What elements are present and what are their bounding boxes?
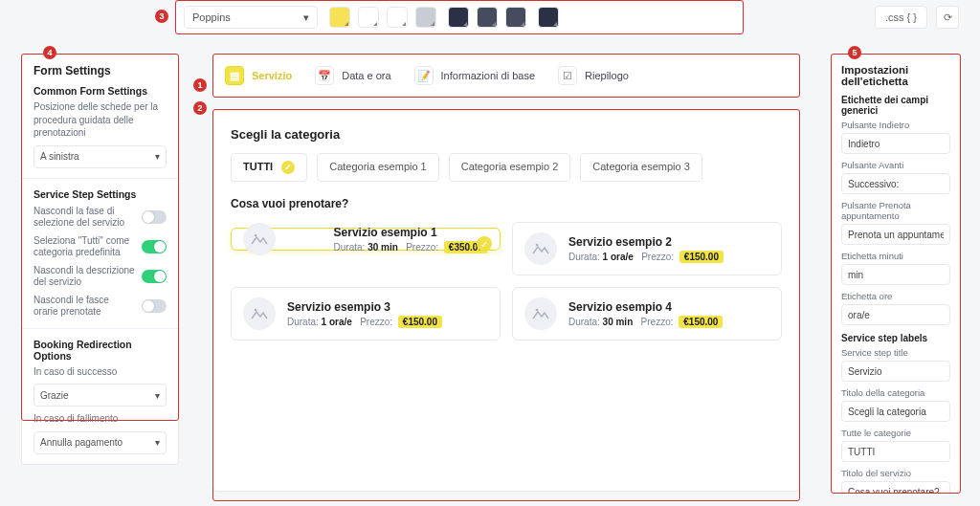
image-placeholder-icon [524, 297, 557, 330]
svg-point-3 [536, 309, 539, 312]
field-input[interactable] [841, 224, 950, 245]
label-field: Titolo del servizio [841, 468, 950, 494]
category-tab[interactable]: TUTTI ✓ [231, 153, 307, 182]
field-label: Pulsante Prenota appuntamento [841, 200, 950, 221]
service-card[interactable]: Servizio esempio 2 Durata: 1 ora/e Prezz… [512, 222, 782, 275]
field-input[interactable] [841, 173, 950, 194]
category-tab[interactable]: Categoria esempio 1 ✓ [317, 153, 439, 182]
wizard-step[interactable]: 📅 Data e ora [315, 66, 390, 85]
image-placeholder-icon [243, 297, 276, 330]
success-label: In caso di successo [33, 365, 167, 379]
wizard-steps: ▤ Servizio 📅 Data e ora 📝 Informazioni d… [212, 54, 800, 98]
panel-title: Impostazioni dell'etichetta [841, 64, 950, 87]
field-input[interactable] [841, 264, 950, 285]
css-button[interactable]: .css { } [875, 6, 927, 29]
preview-area: ▤ Servizio 📅 Data e ora 📝 Informazioni d… [212, 54, 800, 492]
tabs-position-select[interactable]: A sinistra ▾ [33, 145, 167, 168]
toggle-switch[interactable] [142, 240, 167, 253]
label-settings-panel: Impostazioni dell'etichetta Etichette de… [831, 54, 961, 494]
field-input[interactable] [841, 441, 950, 462]
step-label: Informazioni di base [441, 70, 535, 81]
service-meta: Durata: 1 ora/e Prezzo: €150.00 [568, 252, 724, 262]
toggle-label: Seleziona "Tutti" come categoria predefi… [33, 235, 136, 259]
service-title: Servizio esempio 1 [334, 226, 488, 239]
category-label: Categoria esempio 2 [461, 161, 559, 172]
color-swatch[interactable] [477, 7, 498, 28]
price-badge: €150.00 [679, 316, 723, 328]
wizard-step[interactable]: ☑ Riepilogo [558, 66, 629, 85]
field-label: Titolo della categoria [841, 387, 950, 398]
wizard-step[interactable]: ▤ Servizio [225, 66, 292, 85]
label-field: Tutte le categorie [841, 428, 950, 462]
design-topbar: Poppins ▾ [175, 0, 744, 34]
price-badge: €150.00 [398, 316, 442, 328]
service-title: Servizio esempio 2 [568, 235, 724, 249]
color-swatch[interactable] [505, 7, 526, 28]
field-label: Service step title [841, 347, 950, 358]
color-swatch[interactable] [358, 7, 379, 28]
color-swatch[interactable] [387, 7, 408, 28]
field-label: Etichetta ore [841, 291, 950, 301]
setting-toggle-row: Nascondi la fase di selezione del serviz… [33, 206, 167, 230]
callout-badge-1: 1 [193, 78, 207, 92]
field-input[interactable] [841, 361, 950, 382]
service-step-heading: Service Step Settings [33, 188, 167, 200]
field-input[interactable] [841, 481, 950, 494]
label-field: Pulsante Avanti [841, 160, 950, 194]
success-select[interactable]: Grazie▾ [33, 384, 167, 407]
chevron-down-icon: ▾ [155, 390, 160, 401]
color-swatch[interactable] [538, 7, 559, 28]
service-heading: Cosa vuoi prenotare? [231, 197, 782, 210]
field-input[interactable] [841, 133, 950, 154]
refresh-button[interactable]: ⟳ [936, 6, 959, 29]
field-input[interactable] [841, 401, 950, 422]
toggle-label: Nascondi le fasce orarie prenotate [33, 295, 136, 319]
step-label: Data e ora [342, 70, 390, 81]
form-settings-panel: Form Settings Common Form Settings Posiz… [21, 54, 179, 465]
field-input[interactable] [841, 304, 950, 325]
check-icon: ✓ [281, 161, 295, 174]
toggle-label: Nascondi la descrizione del servizio [33, 265, 136, 289]
service-card[interactable]: Servizio esempio 4 Durata: 30 min Prezzo… [512, 287, 782, 341]
setting-toggle-row: Seleziona "Tutti" come categoria predefi… [33, 235, 167, 259]
fail-select[interactable]: Annulla pagamento▾ [33, 431, 167, 454]
svg-point-0 [255, 234, 257, 237]
category-heading: Scegli la categoria [231, 127, 782, 142]
image-placeholder-icon [524, 232, 557, 265]
category-tab[interactable]: Categoria esempio 3 ✓ [580, 153, 702, 182]
check-icon: ✓ [477, 236, 492, 252]
service-card[interactable]: Servizio esempio 3 Durata: 1 ora/e Prezz… [231, 287, 501, 341]
step-label: Riepilogo [585, 70, 629, 81]
color-swatch[interactable] [415, 7, 436, 28]
label-field: Service step title [841, 347, 950, 382]
color-swatch[interactable] [329, 7, 350, 28]
success-value: Grazie [40, 390, 68, 401]
field-label: Etichetta minuti [841, 251, 950, 261]
redirect-heading: Booking Redirection Options [33, 339, 167, 362]
category-list: TUTTI ✓ Categoria esempio 1 ✓ Categoria … [231, 153, 782, 182]
swatch-group-3 [538, 7, 559, 28]
price-badge: €150.00 [679, 251, 724, 263]
svg-point-2 [255, 309, 257, 312]
image-placeholder-icon [243, 223, 276, 255]
toggle-label: Nascondi la fase di selezione del serviz… [33, 206, 136, 230]
swatch-group-1 [329, 7, 436, 28]
service-meta: Durata: 30 min Prezzo: €150.00 [568, 317, 723, 327]
wizard-step[interactable]: 📝 Informazioni di base [414, 66, 535, 85]
callout-badge-3: 3 [155, 10, 168, 23]
tabs-position-label: Posizione delle schede per la procedura … [33, 100, 167, 140]
category-label: TUTTI [243, 161, 273, 172]
label-field: Titolo della categoria [841, 387, 950, 422]
service-card[interactable]: Servizio esempio 1 Durata: 30 min Prezzo… [231, 228, 501, 251]
panel-title: Form Settings [33, 64, 167, 77]
toggle-switch[interactable] [142, 270, 167, 283]
category-tab[interactable]: Categoria esempio 2 ✓ [449, 153, 571, 182]
font-select[interactable]: Poppins ▾ [184, 6, 318, 29]
toggle-switch[interactable] [142, 299, 167, 313]
service-title: Servizio esempio 4 [568, 300, 723, 314]
chevron-down-icon: ▾ [155, 437, 160, 448]
service-meta: Durata: 30 min Prezzo: €350.00 [334, 242, 488, 253]
chevron-down-icon: ▾ [155, 151, 160, 162]
toggle-switch[interactable] [142, 210, 167, 224]
color-swatch[interactable] [448, 7, 469, 28]
